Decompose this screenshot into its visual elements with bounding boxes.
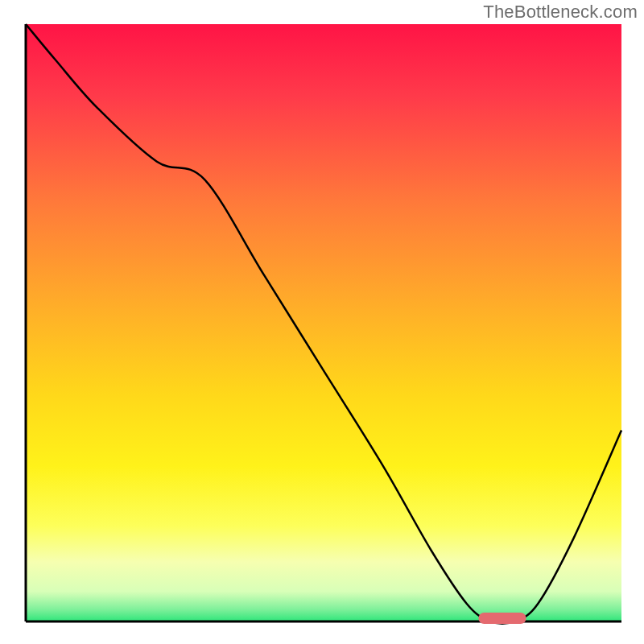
chart-container: TheBottleneck.com bbox=[0, 0, 644, 644]
bottleneck-chart bbox=[0, 0, 644, 644]
plot-gradient-area bbox=[26, 24, 621, 621]
optimal-range-marker bbox=[478, 613, 526, 624]
watermark-text: TheBottleneck.com bbox=[483, 2, 638, 23]
